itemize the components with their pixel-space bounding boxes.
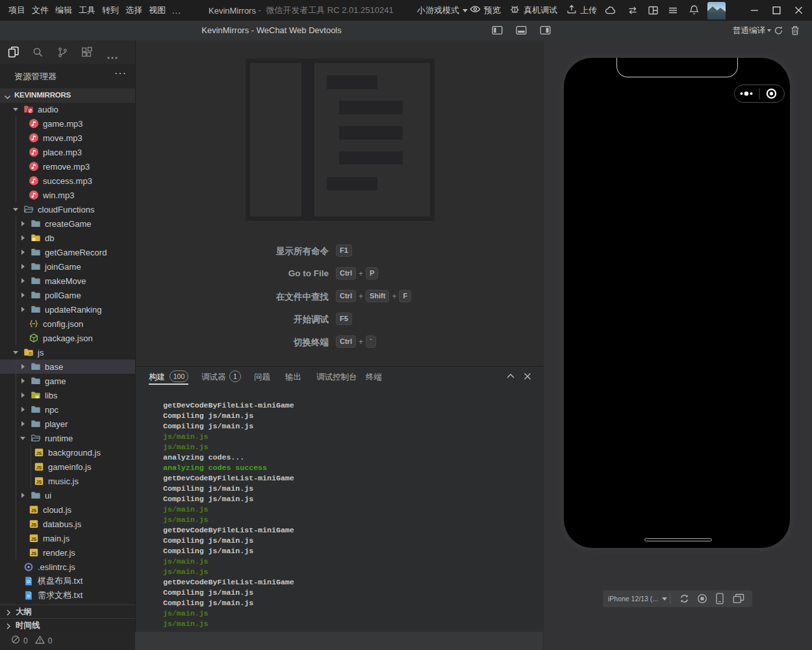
svg-text:JS: JS [31,537,37,541]
svg-text:JS: JS [28,352,32,356]
svg-text:JS: JS [31,508,37,513]
svg-text:JS: JS [36,465,42,470]
svg-text:JS: JS [36,451,42,456]
svg-text:JS: JS [31,523,37,527]
svg-text:JS: JS [31,551,37,556]
svg-text:JS: JS [36,480,42,484]
